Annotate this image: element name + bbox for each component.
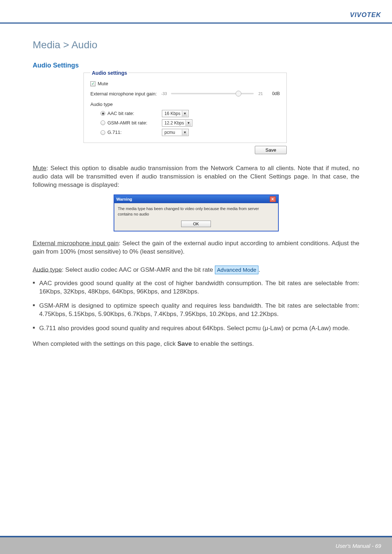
breadcrumb: Media > Audio <box>33 38 359 52</box>
g711-radio[interactable] <box>101 130 105 135</box>
gain-min: -33 <box>159 91 169 97</box>
save-button[interactable]: Save <box>255 146 287 154</box>
warning-body: The media type has been changed to video… <box>114 203 278 231</box>
gsmamr-label: GSM-AMR bit rate: <box>107 120 162 126</box>
save-row: Save <box>83 146 287 154</box>
ok-button[interactable]: OK <box>181 221 211 227</box>
audio-type-intro-b: : Select audio codec AAC or GSM-AMR and … <box>62 266 215 273</box>
g711-mode-select[interactable]: pcmu ▼ <box>162 129 189 136</box>
audio-type-heading: Audio type <box>90 101 280 108</box>
content: Media > Audio Audio Settings Audio setti… <box>0 24 392 348</box>
audio-type-rows: AAC bit rate: 16 Kbps ▼ GSM-AMR bit rate… <box>90 110 280 136</box>
close-icon[interactable]: × <box>270 196 276 202</box>
save-text-c: to enable the settings. <box>192 340 254 347</box>
header-band: VIVOTEK <box>0 0 392 24</box>
codec-row-aac: AAC bit rate: 16 Kbps ▼ <box>101 110 280 117</box>
gsmamr-bitrate-select[interactable]: 12.2 Kbps ▼ <box>162 119 192 127</box>
audio-type-term: Audio type <box>33 266 62 273</box>
codec-row-g711: G.711: pcmu ▼ <box>101 129 280 136</box>
warning-titlebar: Warning × <box>114 195 278 203</box>
gain-track[interactable] <box>171 93 254 94</box>
g711-label: G.711: <box>107 129 162 136</box>
aac-bitrate-select[interactable]: 16 Kbps ▼ <box>162 110 189 117</box>
codec-row-gsmamr: GSM-AMR bit rate: 12.2 Kbps ▼ <box>101 119 280 127</box>
save-paragraph: When completed with the settings on this… <box>33 340 359 348</box>
aac-label: AAC bit rate: <box>107 110 162 117</box>
codec-bullet-list: AAC provides good sound quality at the c… <box>33 279 359 333</box>
chevron-down-icon[interactable]: ▼ <box>185 120 191 126</box>
gain-label: External microphone input gain: <box>90 91 159 97</box>
chevron-down-icon[interactable]: ▼ <box>182 111 188 116</box>
aac-radio[interactable] <box>101 111 105 116</box>
section-title: Audio Settings <box>33 61 359 70</box>
gain-max: 21 <box>256 91 265 97</box>
bullet-aac: AAC provides good sound quality at the c… <box>33 279 359 296</box>
advanced-mode-badge: Advanced Mode <box>215 266 258 274</box>
mute-term: Mute <box>33 165 46 172</box>
footer-text: User's Manual - 69 <box>336 543 381 549</box>
gain-term: External microphone input gain <box>33 240 119 247</box>
bullet-gsm: GSM-ARM is designed to optimize speech q… <box>33 302 359 319</box>
warning-title-text: Warning <box>117 197 132 202</box>
mute-checkbox[interactable]: ✓ <box>90 81 95 86</box>
save-text-b: Save <box>177 340 192 347</box>
audio-type-paragraph: Audio type: Select audio codec AAC or GS… <box>33 266 359 274</box>
gsmamr-bitrate-value: 12.2 Kbps <box>163 120 185 126</box>
audio-settings-panel: Audio settings ✓ Mute External microphon… <box>83 73 287 143</box>
warning-message: The media type has been changed to video… <box>118 206 274 217</box>
gain-row: External microphone input gain: -33 21 0… <box>90 91 280 97</box>
mute-paragraph: Mute: Select this option to disable audi… <box>33 164 359 189</box>
save-text-a: When completed with the settings on this… <box>33 340 177 347</box>
g711-mode-value: pcmu <box>163 130 182 135</box>
footer-band: User's Manual - 69 <box>0 536 392 554</box>
mute-row: ✓ Mute <box>90 81 280 87</box>
gain-thumb[interactable] <box>236 91 241 97</box>
audio-type-intro-c: . <box>258 266 260 273</box>
panel-legend: Audio settings <box>90 70 128 77</box>
aac-bitrate-value: 16 Kbps <box>163 111 182 116</box>
gain-slider[interactable]: -33 21 <box>159 91 265 97</box>
gsmamr-radio[interactable] <box>101 120 105 125</box>
gain-value: 0dB <box>265 91 280 97</box>
brand-label: VIVOTEK <box>350 11 381 19</box>
chevron-down-icon[interactable]: ▼ <box>182 130 188 135</box>
bullet-g711: G.711 also provides good sound quality a… <box>33 324 359 333</box>
gain-paragraph: External microphone input gain: Select t… <box>33 239 359 256</box>
warning-dialog: Warning × The media type has been change… <box>114 194 279 231</box>
mute-label: Mute <box>98 81 108 87</box>
